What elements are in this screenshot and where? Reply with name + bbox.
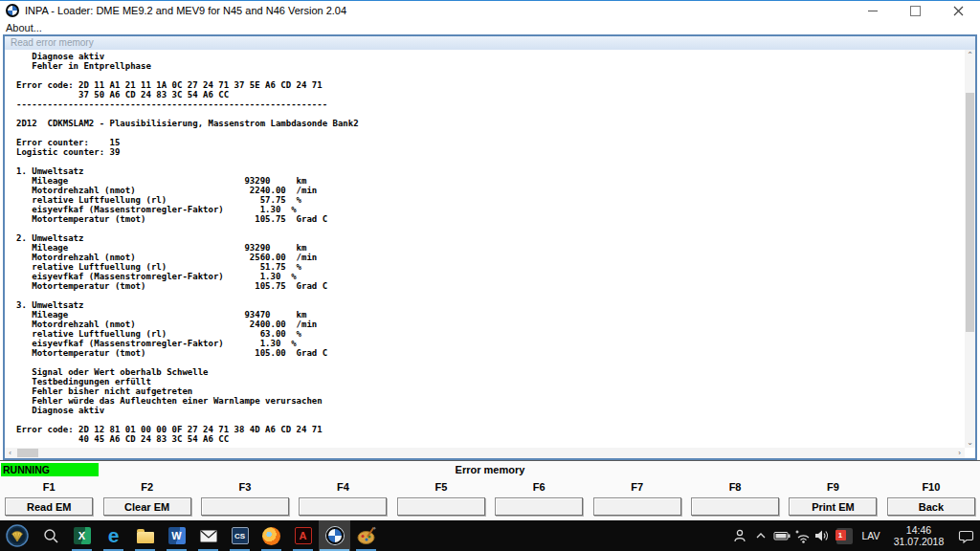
fkey-label-f3: F3 <box>196 481 294 493</box>
function-key-panel: RUNNING Error memory F1 F2 F3 F4 F5 F6 F… <box>0 460 980 521</box>
classic-shell-start-icon <box>6 524 29 547</box>
vertical-scrollbar[interactable]: ⌃ ⌄ <box>965 50 975 448</box>
taskbar-icon-paint[interactable] <box>350 520 382 551</box>
start-button[interactable] <box>0 520 34 551</box>
maximize-button[interactable] <box>894 1 937 20</box>
scroll-left-arrow[interactable]: ‹ <box>5 448 15 458</box>
close-icon <box>953 6 964 16</box>
chevron-right-icon: › <box>958 450 961 457</box>
horizontal-scrollbar[interactable]: ‹ › <box>5 448 965 458</box>
f10-back-button[interactable]: Back <box>887 497 975 516</box>
chevron-up-icon: ⌃ <box>967 52 973 59</box>
error-report-area: Diagnose aktiv Fehler in Entprellphase E… <box>5 50 965 448</box>
taskbar-icon-word[interactable]: W <box>161 520 192 551</box>
fkey-label-f5: F5 <box>392 481 490 493</box>
file-explorer-icon <box>137 532 154 543</box>
f2-clear-em-button[interactable]: Clear EM <box>103 497 191 516</box>
taskbar-icon-inpa[interactable] <box>319 520 350 551</box>
f9-print-em-button[interactable]: Print EM <box>789 497 877 516</box>
f4-button[interactable] <box>299 497 387 516</box>
taskbar-icon-edge[interactable]: e <box>98 520 129 551</box>
taskbar-icon-mail[interactable] <box>192 520 224 551</box>
fkey-label-row: F1 F2 F3 F4 F5 F6 F7 F8 F9 F10 <box>0 481 980 493</box>
excel-icon: X <box>74 527 91 544</box>
notification-badge: 1 <box>835 530 846 540</box>
people-icon <box>731 527 748 544</box>
acrobat-icon: A <box>295 527 312 544</box>
fkey-label-f8: F8 <box>686 481 784 493</box>
read-error-memory-window: Read error memory Diagnose aktiv Fehler … <box>3 34 977 460</box>
mdi-titlebar[interactable]: Read error memory <box>5 36 975 50</box>
tray-notification-app-button[interactable]: 1 <box>833 520 856 551</box>
scroll-up-arrow[interactable]: ⌃ <box>965 50 975 60</box>
clock-time: 14:46 <box>887 524 950 536</box>
minimize-icon <box>868 11 878 11</box>
taskbar: X e W CS A <box>0 520 980 551</box>
fkey-label-f7: F7 <box>588 481 685 493</box>
fkey-label-f2: F2 <box>98 481 195 493</box>
fkey-label-f6: F6 <box>490 481 588 493</box>
inpa-bmw-icon <box>326 527 344 544</box>
language-indicator[interactable]: LAV <box>856 520 886 551</box>
fkey-label-f9: F9 <box>784 481 881 493</box>
mail-icon <box>200 530 217 542</box>
vertical-scroll-thumb[interactable] <box>966 93 974 332</box>
wifi-icon <box>794 529 811 543</box>
chevron-up-icon <box>754 529 768 542</box>
tray-battery-button[interactable] <box>771 520 792 551</box>
f3-button[interactable] <box>201 497 289 516</box>
taskbar-icon-cs-app[interactable]: CS <box>224 520 256 551</box>
bmw-roundel-icon <box>6 4 19 17</box>
paint-icon <box>357 526 376 545</box>
menu-about[interactable]: About... <box>0 22 48 33</box>
word-icon: W <box>168 527 186 544</box>
f6-button[interactable] <box>495 497 583 516</box>
f7-button[interactable] <box>593 497 681 516</box>
fkey-label-f4: F4 <box>294 481 391 493</box>
tray-wifi-button[interactable] <box>792 520 812 551</box>
search-icon <box>42 527 59 544</box>
fkey-label-f10: F10 <box>882 481 980 493</box>
desktop-screen: INPA - Loader: DME ME9.2 and MEV9 for N4… <box>0 0 980 551</box>
tray-volume-button[interactable] <box>812 520 833 551</box>
taskbar-icon-firefox[interactable] <box>256 520 287 551</box>
speaker-icon <box>813 528 831 543</box>
menu-bar: About... <box>0 20 980 34</box>
firefox-icon <box>262 527 280 545</box>
f5-button[interactable] <box>397 497 485 516</box>
taskbar-icon-acrobat[interactable]: A <box>287 520 319 551</box>
chevron-down-icon: ⌄ <box>967 439 973 447</box>
taskbar-icon-file-explorer[interactable] <box>129 520 161 551</box>
maximize-icon <box>910 6 921 16</box>
taskbar-icon-excel[interactable]: X <box>66 520 98 551</box>
close-button[interactable] <box>937 1 980 20</box>
tray-people-button[interactable] <box>729 520 750 551</box>
horizontal-scroll-thumb[interactable] <box>17 449 38 457</box>
window-title: INPA - Loader: DME ME9.2 and MEV9 for N4… <box>25 5 346 16</box>
cs-app-icon: CS <box>232 527 249 544</box>
scroll-right-arrow[interactable]: › <box>954 448 965 458</box>
fkey-button-row: Read EM Clear EM Print EM Back <box>0 497 980 516</box>
language-label: LAV <box>861 530 880 541</box>
main-window-titlebar[interactable]: INPA - Loader: DME ME9.2 and MEV9 for N4… <box>0 1 980 20</box>
notification-app-icon: 1 <box>836 528 853 544</box>
screen-title: Error memory <box>0 464 980 475</box>
f8-button[interactable] <box>691 497 779 516</box>
action-center-icon <box>958 528 974 544</box>
battery-icon <box>773 529 791 542</box>
minimize-button[interactable] <box>851 1 894 20</box>
taskbar-search-button[interactable] <box>34 520 66 551</box>
window-controls <box>851 1 980 20</box>
clock[interactable]: 14:46 31.07.2018 <box>886 520 951 551</box>
clock-date: 31.07.2018 <box>887 536 950 547</box>
error-report-text: Diagnose aktiv Fehler in Entprellphase E… <box>5 50 965 448</box>
tray-hidden-icons-button[interactable] <box>750 520 771 551</box>
system-tray: 1 LAV 14:46 31.07.2018 <box>729 520 980 551</box>
scroll-down-arrow[interactable]: ⌄ <box>965 437 975 448</box>
action-center-button[interactable] <box>951 520 980 551</box>
fkey-label-f1: F1 <box>0 481 98 493</box>
chevron-left-icon: ‹ <box>9 450 11 457</box>
f1-read-em-button[interactable]: Read EM <box>5 497 93 516</box>
edge-icon: e <box>105 527 122 544</box>
